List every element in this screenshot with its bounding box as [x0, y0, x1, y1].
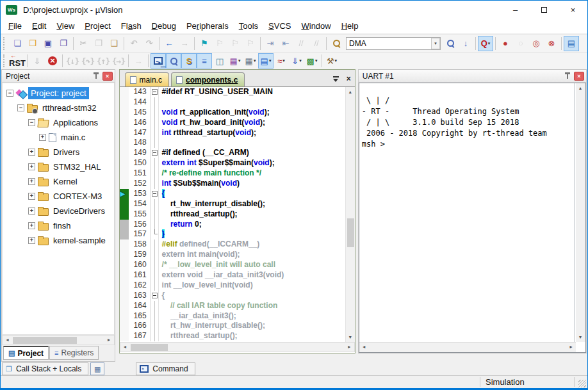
menu-peripherals[interactable]: Peripherals: [181, 19, 234, 33]
code-line[interactable]: 164 // call IAR table copy function: [120, 301, 345, 311]
code-line[interactable]: 155 rtthread_startup();: [120, 209, 345, 220]
undo-button[interactable]: ↶: [126, 36, 142, 51]
fold-margin[interactable]: [151, 138, 159, 148]
scroll-down-icon[interactable]: ▾: [576, 332, 585, 342]
toolbar-grip[interactable]: [3, 37, 6, 50]
save-button[interactable]: ▣: [40, 36, 56, 51]
expand-icon[interactable]: +: [28, 163, 35, 170]
comment-selection-button[interactable]: //: [293, 36, 309, 51]
find-input[interactable]: [347, 39, 431, 48]
periodic-window-update-button[interactable]: ▤: [564, 36, 579, 51]
system-viewer-button[interactable]: ▩▾: [304, 53, 320, 69]
expand-icon[interactable]: +: [28, 193, 35, 200]
expand-icon[interactable]: +: [28, 149, 35, 156]
scroll-thumb[interactable]: [13, 337, 77, 344]
bookmark-clear-all-button[interactable]: ⚐: [243, 36, 258, 51]
bookmark-toggle-button[interactable]: ⚑: [197, 36, 212, 51]
command-window-button[interactable]: >_: [151, 53, 166, 69]
code-line[interactable]: 146void rt_hw_board_init(void);: [120, 118, 345, 128]
fold-margin[interactable]: [151, 220, 159, 230]
scroll-right-icon[interactable]: ▸: [566, 343, 576, 352]
fold-margin[interactable]: [151, 179, 159, 189]
fold-margin[interactable]: [151, 291, 159, 301]
editor-hscrollbar[interactable]: ◂ ▸: [120, 342, 355, 352]
find-in-files-button[interactable]: [329, 36, 344, 51]
menu-window[interactable]: Window: [296, 19, 336, 33]
minimize-button[interactable]: –: [501, 1, 530, 19]
unindent-button[interactable]: ⇤: [278, 36, 293, 51]
fold-margin[interactable]: [151, 87, 159, 97]
fold-margin[interactable]: [151, 209, 159, 220]
scroll-left-icon[interactable]: ◂: [359, 343, 369, 352]
kill-all-breakpoints-button[interactable]: ⊗: [544, 36, 559, 51]
collapse-icon[interactable]: −: [6, 90, 13, 97]
tree-item-devicedrivers[interactable]: +DeviceDrivers: [3, 204, 114, 218]
code-line[interactable]: 165 __iar_data_init3();: [120, 311, 345, 321]
menu-help[interactable]: Help: [336, 19, 364, 33]
analysis-window-button[interactable]: ◫: [212, 53, 227, 69]
call-stack-window-button[interactable]: ⇓▾: [289, 53, 304, 69]
expand-icon[interactable]: +: [28, 207, 35, 215]
scroll-left-icon[interactable]: ◂: [120, 343, 130, 352]
step-out-button[interactable]: {↑}: [95, 53, 111, 69]
fold-margin[interactable]: [151, 168, 159, 179]
new-file-button[interactable]: ❏: [10, 36, 25, 51]
fold-margin[interactable]: [151, 229, 159, 240]
fold-margin[interactable]: [151, 158, 159, 168]
tree-item-finsh[interactable]: +finsh: [3, 218, 114, 233]
code-line[interactable]: 167 rtthread_startup();: [120, 331, 345, 341]
fold-margin[interactable]: [151, 97, 159, 108]
code-line[interactable]: 161extern void __iar_data_init3(void): [120, 270, 345, 280]
command-tab[interactable]: Command: [136, 362, 195, 375]
code-line[interactable]: 144: [120, 97, 345, 108]
symbol-window-button[interactable]: S: [181, 53, 197, 69]
code-line[interactable]: 147int rtthread_startup(void);: [120, 128, 345, 138]
uart-vscrollbar[interactable]: ▴ ▾: [576, 83, 585, 342]
disable-all-breakpoints-button[interactable]: ◎: [528, 36, 544, 51]
code-line[interactable]: 149#if defined (__CC_ARM): [120, 148, 345, 158]
collapse-icon[interactable]: −: [28, 119, 35, 126]
fold-margin[interactable]: [151, 311, 159, 321]
memory-window-tab-button[interactable]: ▦: [90, 362, 104, 375]
editor-tab-components-c[interactable]: components.c: [171, 72, 245, 86]
code-line[interactable]: 159extern int main(void);: [120, 250, 345, 260]
scroll-up-icon[interactable]: ▴: [346, 87, 355, 97]
menu-project[interactable]: Project: [79, 19, 115, 33]
memory-window-button[interactable]: ▦▾: [243, 53, 258, 69]
tree-item-kernel[interactable]: +Kernel: [3, 174, 114, 189]
fold-margin[interactable]: [151, 280, 159, 291]
code-line[interactable]: 163{: [120, 291, 345, 301]
disassembly-window-button[interactable]: [166, 53, 181, 69]
fold-margin[interactable]: [151, 270, 159, 280]
code-line[interactable]: 151/* re-define main function */: [120, 168, 345, 179]
editor-tab-main-c[interactable]: main.c: [125, 72, 169, 86]
code-area[interactable]: 143#ifdef RT_USING_USER_MAIN144145void r…: [120, 87, 345, 342]
redo-button[interactable]: ↷: [142, 36, 157, 51]
editor-vscrollbar[interactable]: ▴ ▾: [345, 87, 355, 342]
bookmark-next-button[interactable]: ⚐: [227, 36, 243, 51]
run-button[interactable]: ⇓: [29, 53, 45, 69]
fold-margin[interactable]: [151, 331, 159, 341]
scroll-down-icon[interactable]: ▾: [346, 332, 355, 342]
find-combobox[interactable]: ▾: [346, 37, 441, 50]
expand-icon[interactable]: +: [28, 178, 35, 185]
tree-item-cortex-m3[interactable]: +CORTEX-M3: [3, 189, 114, 204]
incremental-find-button[interactable]: ↓: [458, 36, 473, 51]
code-line[interactable]: 158#elif defined(__ICCARM__): [120, 240, 345, 250]
pin-icon[interactable]: [93, 72, 100, 80]
tab-project[interactable]: ▤Project: [3, 346, 49, 360]
scroll-thumb[interactable]: [131, 344, 168, 351]
tree-item-applications[interactable]: −Applications: [3, 115, 114, 130]
code-line[interactable]: 160/* __low_level_init will auto call: [120, 260, 345, 270]
save-all-button[interactable]: ❐: [56, 36, 71, 51]
fold-margin[interactable]: [151, 240, 159, 250]
tree-item-main-c[interactable]: +main.c: [3, 130, 114, 145]
callstack-locals-tab[interactable]: ❐ Call Stack + Locals: [2, 362, 88, 375]
maximize-button[interactable]: [530, 1, 559, 19]
fold-collapse-icon[interactable]: [152, 150, 158, 156]
menu-edit[interactable]: Edit: [27, 19, 51, 33]
navigate-back-button[interactable]: ←: [161, 36, 177, 51]
fold-margin[interactable]: [151, 199, 159, 209]
menu-flash[interactable]: Flash: [116, 19, 147, 33]
expand-icon[interactable]: +: [39, 134, 46, 141]
